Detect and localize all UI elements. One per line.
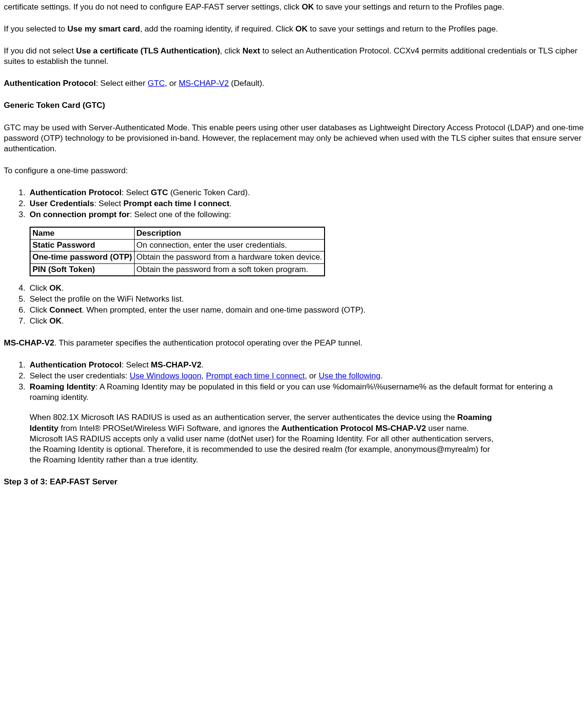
- link-use-windows-logon[interactable]: Use Windows logon: [130, 371, 201, 380]
- heading-step-3: Step 3 of 3: EAP-FAST Server: [4, 477, 584, 487]
- table-row: One-time password (OTP) Obtain the passw…: [30, 251, 325, 263]
- list-item: On connection prompt for: Select one of …: [28, 210, 584, 276]
- list-item: Select the user credentials: Use Windows…: [28, 371, 584, 381]
- list-item: Click Connect. When prompted, enter the …: [28, 305, 584, 315]
- link-ms-chap-v2[interactable]: MS-CHAP-V2: [179, 79, 229, 88]
- list-item: Click OK.: [28, 316, 584, 326]
- link-prompt-each-time[interactable]: Prompt each time I connect: [206, 371, 304, 380]
- list-mschap-steps: Authentication Protocol: Select MS-CHAP-…: [4, 360, 584, 465]
- list-item: User Credentials: Select Prompt each tim…: [28, 199, 584, 209]
- table-row: Static Password On connection, enter the…: [30, 240, 325, 251]
- list-item: Roaming Identity: A Roaming Identity may…: [28, 382, 584, 465]
- table-prompt-options: Name Description Static Password On conn…: [30, 227, 325, 276]
- link-use-the-following[interactable]: Use the following: [319, 371, 380, 380]
- paragraph-smart-card: If you selected to Use my smart card, ad…: [4, 24, 584, 34]
- heading-gtc: Generic Token Card (GTC): [4, 100, 584, 111]
- list-item: Select the profile on the WiFi Networks …: [28, 294, 584, 304]
- paragraph-cert-settings: certificate settings. If you do not need…: [4, 2, 584, 12]
- paragraph-auth-protocol: Authentication Protocol: Select either G…: [4, 78, 584, 89]
- list-item: Authentication Protocol: Select GTC (Gen…: [28, 188, 584, 198]
- list-otp-steps: Authentication Protocol: Select GTC (Gen…: [4, 188, 584, 326]
- paragraph-gtc-desc: GTC may be used with Server-Authenticate…: [4, 123, 584, 154]
- table-header-name: Name: [30, 227, 134, 240]
- table-header-description: Description: [134, 227, 325, 240]
- paragraph-ms-chap-v2: MS-CHAP-V2. This parameter specifies the…: [4, 338, 584, 348]
- link-gtc[interactable]: GTC: [147, 79, 165, 88]
- paragraph-no-cert: If you did not select Use a certificate …: [4, 46, 584, 67]
- list-item: Authentication Protocol: Select MS-CHAP-…: [28, 360, 584, 370]
- list-item: Click OK.: [28, 283, 584, 293]
- paragraph-configure-otp: To configure a one-time password:: [4, 166, 584, 176]
- table-row: PIN (Soft Token) Obtain the password fro…: [30, 263, 325, 276]
